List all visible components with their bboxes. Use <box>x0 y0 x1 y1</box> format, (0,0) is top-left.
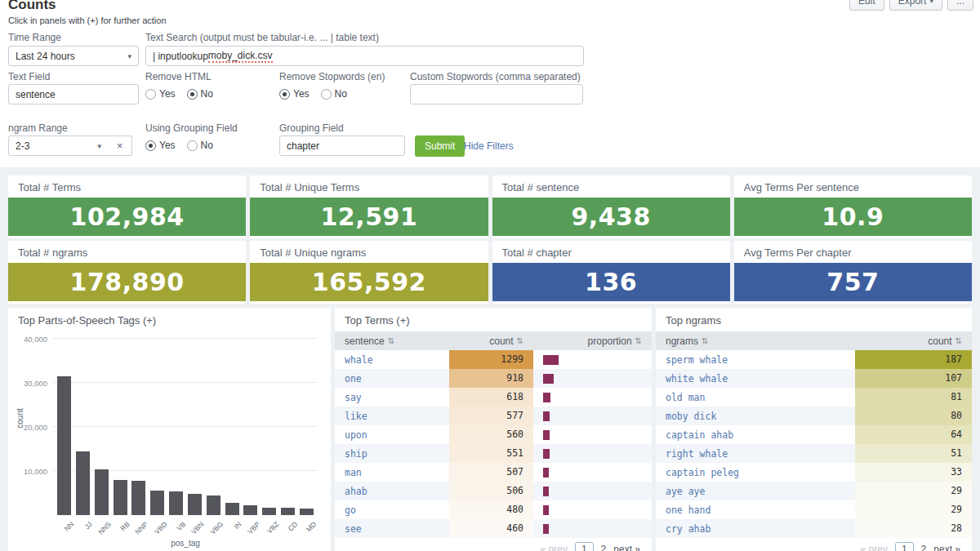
table-row[interactable]: one918 <box>335 369 652 388</box>
term-cell[interactable]: upon <box>335 429 449 441</box>
edit-button[interactable]: Edit <box>849 0 884 11</box>
table-row[interactable]: white whale107 <box>656 369 972 388</box>
table-row[interactable]: ship551 <box>335 444 652 463</box>
table-row[interactable]: one hand29 <box>656 500 972 519</box>
table-row[interactable]: go480 <box>335 500 652 519</box>
term-cell[interactable]: whale <box>335 354 449 366</box>
using-grouping-yes[interactable]: Yes <box>145 140 176 151</box>
page-1-button[interactable]: 1 <box>895 542 914 551</box>
table-row[interactable]: ahab506 <box>335 482 652 500</box>
table-row[interactable]: captain ahab64 <box>656 425 972 444</box>
proportion-cell[interactable] <box>533 411 652 422</box>
table-row[interactable]: whale1299 <box>335 350 652 369</box>
count-cell[interactable]: 107 <box>855 369 972 388</box>
tile-value[interactable]: 165,592 <box>250 263 488 301</box>
table-row[interactable]: cry ahab28 <box>656 519 972 538</box>
count-cell[interactable]: 460 <box>449 519 533 538</box>
count-cell[interactable]: 506 <box>449 482 533 500</box>
proportion-cell[interactable] <box>533 429 652 441</box>
table-row[interactable]: man507 <box>335 463 652 482</box>
tile-value[interactable]: 178,890 <box>8 263 246 301</box>
count-cell[interactable]: 33 <box>855 463 972 482</box>
tile-value[interactable]: 136 <box>492 263 730 301</box>
remove-stopwords-no[interactable]: No <box>321 88 347 100</box>
table-row[interactable]: sperm whale187 <box>656 350 972 369</box>
column-header-proportion[interactable]: proportion⇅ <box>533 335 652 347</box>
ngram-cell[interactable]: captain peleg <box>656 467 855 478</box>
count-cell[interactable]: 187 <box>855 350 972 369</box>
proportion-cell[interactable] <box>533 392 652 403</box>
column-header-sentence[interactable]: sentence⇅ <box>335 335 449 347</box>
radio-selected-icon[interactable] <box>187 89 198 100</box>
column-header-ngrams[interactable]: ngrams⇅ <box>656 335 855 347</box>
page-2-button[interactable]: 2 <box>601 544 607 551</box>
table-row[interactable]: right whale51 <box>656 444 972 463</box>
table-row[interactable]: say618 <box>335 388 652 407</box>
using-grouping-no[interactable]: No <box>187 140 213 151</box>
radio-unselected-icon[interactable] <box>187 140 198 151</box>
next-page-button[interactable]: next » <box>933 544 960 551</box>
next-page-button[interactable]: next » <box>613 544 640 551</box>
count-cell[interactable]: 618 <box>449 388 533 407</box>
prev-page-button[interactable]: « prev <box>861 544 888 551</box>
proportion-cell[interactable] <box>533 504 652 516</box>
proportion-cell[interactable] <box>533 354 652 366</box>
time-range-select[interactable]: Last 24 hours ▾ <box>8 46 139 66</box>
count-cell[interactable]: 918 <box>449 369 533 388</box>
count-cell[interactable]: 81 <box>855 388 972 407</box>
radio-unselected-icon[interactable] <box>321 89 332 100</box>
text-search-input[interactable]: | inputlookup moby_dick.csv <box>145 46 584 66</box>
term-cell[interactable]: ahab <box>335 486 449 497</box>
count-cell[interactable]: 28 <box>855 519 972 538</box>
table-row[interactable]: aye aye29 <box>656 482 972 500</box>
count-cell[interactable]: 551 <box>449 444 533 463</box>
count-cell[interactable]: 51 <box>855 444 972 463</box>
term-cell[interactable]: say <box>335 392 449 403</box>
count-cell[interactable]: 80 <box>855 407 972 425</box>
count-cell[interactable]: 64 <box>855 425 972 444</box>
proportion-cell[interactable] <box>533 486 652 497</box>
table-row[interactable]: see460 <box>335 519 652 538</box>
ngram-range-select[interactable]: 2-3 ▾ <box>8 136 109 156</box>
tile-value[interactable]: 9,438 <box>492 198 730 236</box>
ngram-cell[interactable]: sperm whale <box>656 354 855 366</box>
count-cell[interactable]: 1299 <box>449 350 533 369</box>
proportion-cell[interactable] <box>533 373 652 384</box>
term-cell[interactable]: man <box>335 467 449 478</box>
table-row[interactable]: like577 <box>335 407 652 425</box>
tile-value[interactable]: 757 <box>734 263 972 301</box>
table-row[interactable]: captain peleg33 <box>656 463 972 482</box>
term-cell[interactable]: ship <box>335 448 449 460</box>
proportion-cell[interactable] <box>533 467 652 478</box>
term-cell[interactable]: go <box>335 504 449 516</box>
remove-html-yes[interactable]: Yes <box>145 88 176 100</box>
ngram-cell[interactable]: aye aye <box>656 486 855 497</box>
more-button[interactable]: ... <box>947 0 973 11</box>
count-cell[interactable]: 480 <box>449 500 533 519</box>
submit-button[interactable]: Submit <box>415 136 465 157</box>
grouping-field-input[interactable] <box>279 136 405 156</box>
ngram-range-clear-button[interactable]: × <box>108 136 132 156</box>
ngram-cell[interactable]: one hand <box>656 504 855 516</box>
ngram-cell[interactable]: right whale <box>656 448 855 460</box>
column-header-count[interactable]: count⇅ <box>855 335 972 347</box>
ngram-cell[interactable]: captain ahab <box>656 429 855 441</box>
ngram-cell[interactable]: old man <box>656 392 855 403</box>
radio-selected-icon[interactable] <box>145 140 156 151</box>
radio-unselected-icon[interactable] <box>145 89 156 100</box>
tile-value[interactable]: 10.9 <box>734 198 972 236</box>
ngram-cell[interactable]: white whale <box>656 373 855 384</box>
table-row[interactable]: moby dick80 <box>656 407 972 425</box>
count-cell[interactable]: 507 <box>449 463 533 482</box>
table-row[interactable]: old man81 <box>656 388 972 407</box>
proportion-cell[interactable] <box>533 523 652 535</box>
tile-value[interactable]: 12,591 <box>250 198 488 236</box>
term-cell[interactable]: see <box>335 523 449 535</box>
remove-stopwords-yes[interactable]: Yes <box>279 88 310 100</box>
count-cell[interactable]: 29 <box>855 500 972 519</box>
export-button[interactable]: Export▾ <box>889 0 942 11</box>
column-header-count[interactable]: count⇅ <box>449 335 533 347</box>
ngram-cell[interactable]: cry ahab <box>656 523 855 535</box>
term-cell[interactable]: like <box>335 411 449 422</box>
custom-stopwords-input[interactable] <box>410 84 583 104</box>
